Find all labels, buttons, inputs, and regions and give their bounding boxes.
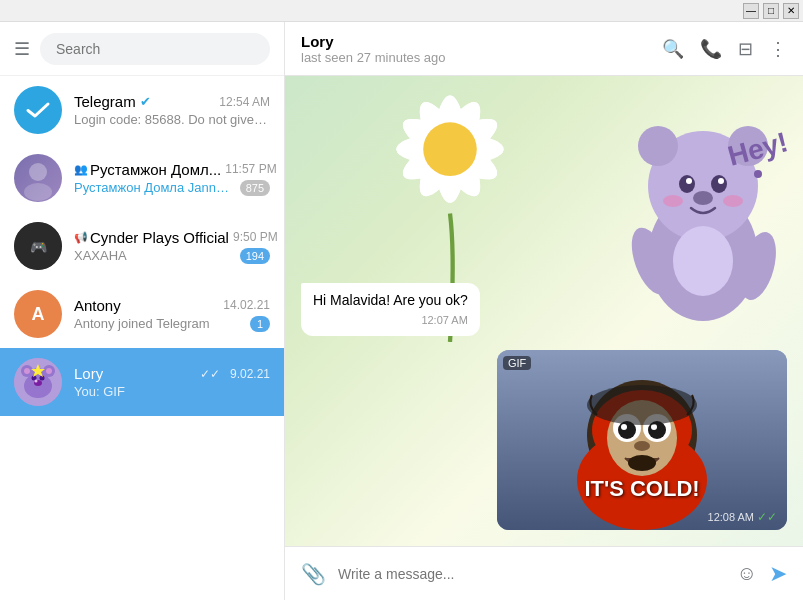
- attach-icon[interactable]: 📎: [301, 562, 326, 586]
- message-bubble-incoming: Hi Malavida! Are you ok? 12:07 AM: [301, 283, 480, 336]
- chat-info-cynder: 📢 Cynder Plays Official 9:50 PM ХАХАНА 1…: [74, 229, 270, 264]
- chat-header: Lory last seen 27 minutes ago 🔍 📞 ⊟ ⋮: [285, 22, 803, 76]
- chat-name-telegram: Telegram: [74, 93, 136, 110]
- group-icon: 👥: [74, 163, 88, 176]
- sticker-hey: Hey!: [583, 76, 803, 336]
- more-icon[interactable]: ⋮: [769, 38, 787, 60]
- gif-time: 12:08 AM: [708, 511, 754, 523]
- chat-item-cynder[interactable]: 🎮 📢 Cynder Plays Official 9:50 PM ХАХАНА…: [0, 212, 284, 280]
- message-text: Hi Malavida! Are you ok?: [313, 292, 468, 308]
- header-actions: 🔍 📞 ⊟ ⋮: [662, 38, 787, 60]
- call-icon[interactable]: 📞: [700, 38, 722, 60]
- svg-point-10: [46, 368, 52, 374]
- svg-point-42: [673, 226, 733, 296]
- svg-point-44: [754, 170, 762, 178]
- minimize-button[interactable]: —: [743, 3, 759, 19]
- chat-preview-lory: You: GIF: [74, 384, 270, 399]
- chat-time-telegram: 12:54 AM: [219, 95, 270, 109]
- gif-message: GIF IT'S COLD! 12:08 AM ✓✓: [497, 350, 787, 530]
- svg-point-36: [718, 178, 724, 184]
- chat-item-antony[interactable]: A Antony 14.02.21 Antony joined Telegram…: [0, 280, 284, 348]
- chat-item-rustamjon[interactable]: 👥 Рустамжон Домл... 11:57 PM Рустамжон Д…: [0, 144, 284, 212]
- chat-info-telegram: Telegram ✔ 12:54 AM Login code: 85688. D…: [74, 93, 270, 127]
- layout-icon[interactable]: ⊟: [738, 38, 753, 60]
- app: ☰ Telegram ✔ 12:54 AM: [0, 22, 803, 600]
- hamburger-icon[interactable]: ☰: [14, 38, 30, 60]
- input-bar: 📎 ☺ ➤: [285, 546, 803, 600]
- chat-time-rustamjon: 11:57 PM: [225, 162, 276, 176]
- gif-tick: ✓✓: [757, 510, 777, 524]
- chat-name-cynder: Cynder Plays Official: [90, 229, 229, 246]
- send-button[interactable]: ➤: [769, 561, 787, 587]
- chat-header-name: Lory: [301, 33, 662, 50]
- chat-time-lory: 9.02.21: [230, 367, 270, 381]
- svg-point-58: [587, 385, 697, 425]
- chat-info-antony: Antony 14.02.21 Antony joined Telegram 1: [74, 297, 270, 332]
- chat-time-antony: 14.02.21: [223, 298, 270, 312]
- svg-point-54: [621, 424, 627, 430]
- chat-info-rustamjon: 👥 Рустамжон Домл... 11:57 PM Рустамжон Д…: [74, 161, 270, 196]
- chat-name-antony: Antony: [74, 297, 121, 314]
- titlebar: — □ ✕: [0, 0, 803, 22]
- maximize-button[interactable]: □: [763, 3, 779, 19]
- badge-antony: 1: [250, 316, 270, 332]
- read-tick-lory: ✓✓: [200, 367, 220, 381]
- svg-text:🎮: 🎮: [30, 239, 48, 256]
- svg-point-9: [24, 368, 30, 374]
- message-input[interactable]: [338, 566, 725, 582]
- sloth-animation: [497, 350, 787, 530]
- chat-header-info: Lory last seen 27 minutes ago: [301, 33, 662, 65]
- svg-point-56: [634, 441, 650, 451]
- sidebar-header: ☰: [0, 22, 284, 76]
- chat-preview-antony: Antony joined Telegram: [74, 316, 246, 331]
- svg-point-38: [663, 195, 683, 207]
- badge-cynder: 194: [240, 248, 270, 264]
- chat-header-status: last seen 27 minutes ago: [301, 50, 662, 65]
- search-icon[interactable]: 🔍: [662, 38, 684, 60]
- avatar-lory: [14, 358, 62, 406]
- avatar-telegram: [14, 86, 62, 134]
- sidebar: ☰ Telegram ✔ 12:54 AM: [0, 22, 285, 600]
- close-button[interactable]: ✕: [783, 3, 799, 19]
- badge-rustamjon: 875: [240, 180, 270, 196]
- chat-item-telegram[interactable]: Telegram ✔ 12:54 AM Login code: 85688. D…: [0, 76, 284, 144]
- svg-point-33: [679, 175, 695, 193]
- megaphone-icon: 📢: [74, 231, 88, 244]
- chat-area: Hey! Lory last seen 27 minutes ago 🔍 📞 ⊟…: [285, 22, 803, 600]
- emoji-icon[interactable]: ☺: [737, 562, 757, 585]
- message-time-1: 12:07 AM: [421, 313, 467, 328]
- avatar-rustamjon: [14, 154, 62, 202]
- svg-point-55: [651, 424, 657, 430]
- svg-point-31: [638, 126, 678, 166]
- chat-info-lory: Lory ✓✓ 9.02.21 You: GIF: [74, 365, 270, 399]
- svg-point-39: [723, 195, 743, 207]
- chat-name-rustamjon: Рустамжон Домл...: [90, 161, 221, 178]
- chat-preview-telegram: Login code: 85688. Do not give thi...: [74, 112, 270, 127]
- svg-point-0: [29, 163, 47, 181]
- svg-point-1: [24, 183, 52, 201]
- gif-label: GIF: [503, 356, 531, 370]
- svg-point-57: [628, 455, 656, 471]
- verified-icon: ✔: [140, 94, 151, 109]
- chat-preview-rustamjon: Рустамжон Домла Jannат ...: [74, 180, 236, 195]
- chat-item-lory[interactable]: Lory ✓✓ 9.02.21 You: GIF: [0, 348, 284, 416]
- svg-point-14: [35, 380, 38, 383]
- avatar-cynder: 🎮: [14, 222, 62, 270]
- gif-caption: IT'S COLD!: [497, 476, 787, 502]
- search-input[interactable]: [40, 33, 270, 65]
- chat-preview-cynder: ХАХАНА: [74, 248, 236, 263]
- chat-list: Telegram ✔ 12:54 AM Login code: 85688. D…: [0, 76, 284, 600]
- svg-point-35: [686, 178, 692, 184]
- chat-time-cynder: 9:50 PM: [233, 230, 278, 244]
- chat-name-lory: Lory: [74, 365, 103, 382]
- gif-meta: 12:08 AM ✓✓: [708, 510, 777, 524]
- svg-point-37: [693, 191, 713, 205]
- svg-point-34: [711, 175, 727, 193]
- avatar-antony: A: [14, 290, 62, 338]
